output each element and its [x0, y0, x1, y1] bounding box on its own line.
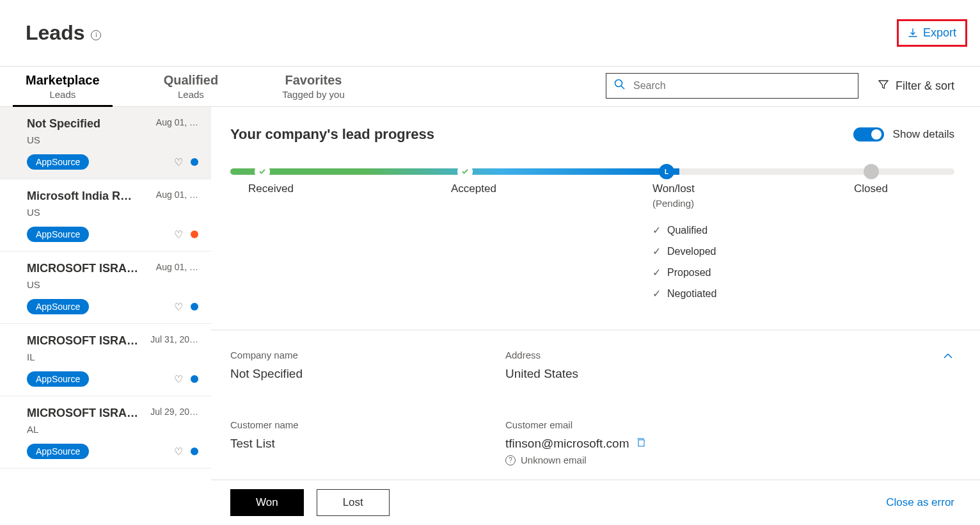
lead-region: US	[27, 134, 198, 145]
search-box[interactable]	[606, 73, 858, 99]
progress-title: Your company's lead progress	[230, 126, 434, 143]
substage-list: ✓Qualified✓Developed✓Proposed✓Negotiated	[652, 224, 716, 300]
search-input[interactable]	[633, 80, 850, 92]
customer-name-label: Customer name	[230, 419, 493, 430]
lost-button[interactable]: Lost	[317, 489, 390, 516]
customer-name-value: Test List	[230, 437, 493, 451]
tabs-row: Marketplace Leads Qualified Leads Favori…	[0, 67, 980, 107]
company-name-block: Company name Not Specified	[230, 350, 493, 381]
svg-rect-2	[638, 440, 644, 446]
show-details-toggle-group: Show details	[853, 127, 954, 141]
question-icon: ?	[505, 455, 516, 465]
check-icon: ✓	[652, 245, 661, 257]
info-section: Company name Not Specified Address Unite…	[211, 330, 980, 485]
heart-icon[interactable]: ♡	[174, 156, 183, 168]
page-header: Leads i Export	[0, 0, 980, 66]
heart-icon[interactable]: ♡	[174, 229, 183, 241]
show-details-toggle[interactable]	[853, 127, 884, 141]
address-label: Address	[505, 350, 954, 360]
body: Not Specified Aug 01, … US AppSource ♡ M…	[0, 107, 980, 517]
search-filter-group: Filter & sort	[606, 73, 954, 99]
lead-name: MICROSOFT ISRAE…	[27, 262, 139, 275]
lead-item[interactable]: MICROSOFT ISRAE… Aug 01, … US AppSource …	[0, 252, 211, 324]
stage-accepted: Accepted	[451, 182, 496, 195]
lead-region: US	[27, 279, 198, 290]
customer-email-value: tfinson@microsoft.com	[505, 437, 629, 451]
page-title-group: Leads i	[26, 21, 101, 45]
export-label: Export	[923, 26, 956, 40]
lead-item[interactable]: Microsoft India R&… Aug 01, … US AppSour…	[0, 179, 211, 252]
heart-icon[interactable]: ♡	[174, 373, 183, 385]
action-bar: Won Lost Close as error	[211, 480, 980, 525]
check-icon: ✓	[652, 266, 661, 279]
customer-email-block: Customer email tfinson@microsoft.com ? U…	[505, 419, 954, 465]
check-icon: ✓	[652, 287, 661, 300]
progress-node-wonlost: L	[659, 164, 674, 179]
tab-marketplace[interactable]: Marketplace Leads	[26, 73, 100, 106]
substage-label: Negotiated	[667, 288, 716, 300]
company-name-label: Company name	[230, 350, 493, 360]
tab-list: Marketplace Leads Qualified Leads Favori…	[26, 73, 345, 106]
tab-title: Favorites	[285, 73, 342, 88]
progress-node-accepted	[457, 164, 473, 179]
substage-label: Proposed	[667, 267, 711, 279]
tab-title: Marketplace	[26, 73, 100, 88]
leads-sidebar[interactable]: Not Specified Aug 01, … US AppSource ♡ M…	[0, 107, 211, 517]
heart-icon[interactable]: ♡	[174, 301, 183, 313]
substage-item: ✓Qualified	[652, 224, 716, 236]
lead-name: MICROSOFT ISRAE…	[27, 407, 139, 420]
lead-date: Aug 01, …	[156, 117, 198, 127]
substage-item: ✓Proposed	[652, 266, 716, 279]
close-as-error-link[interactable]: Close as error	[886, 496, 954, 509]
status-dot	[191, 303, 198, 311]
progress-header: Your company's lead progress Show detail…	[230, 126, 954, 143]
tab-sub: Tagged by you	[282, 89, 345, 100]
address-value: United States	[505, 367, 954, 381]
lead-region: IL	[27, 351, 198, 362]
filter-sort-label: Filter & sort	[896, 79, 954, 93]
download-icon	[908, 28, 918, 38]
heart-icon[interactable]: ♡	[174, 446, 183, 458]
filter-icon	[878, 79, 889, 93]
lead-source-badge: AppSource	[27, 299, 89, 314]
lead-region: US	[27, 207, 198, 218]
filter-sort-button[interactable]: Filter & sort	[878, 79, 954, 93]
lead-date: Aug 01, …	[156, 190, 198, 200]
unknown-email-text: Unknown email	[521, 455, 587, 465]
lead-date: Jul 31, 20…	[150, 334, 198, 344]
lead-source-badge: AppSource	[27, 154, 89, 170]
substage-label: Qualified	[667, 225, 707, 236]
status-dot	[191, 375, 198, 383]
stage-received: Received	[248, 182, 294, 195]
search-icon	[614, 79, 626, 93]
copy-icon[interactable]	[636, 437, 646, 450]
customer-email-label: Customer email	[505, 419, 954, 430]
progress-section: Your company's lead progress Show detail…	[211, 107, 980, 330]
svg-point-0	[615, 80, 622, 87]
lead-item[interactable]: Not Specified Aug 01, … US AppSource ♡	[0, 107, 211, 179]
progress-node-received	[255, 164, 270, 179]
lead-name: Microsoft India R&…	[27, 190, 139, 203]
progress-bar: L	[230, 168, 954, 175]
customer-name-block: Customer name Test List	[230, 419, 493, 465]
unknown-email-row: ? Unknown email	[505, 455, 954, 465]
lead-item[interactable]: MICROSOFT ISRAE… Jul 31, 20… IL AppSourc…	[0, 324, 211, 396]
info-icon[interactable]: i	[91, 30, 101, 40]
address-block: Address United States	[505, 350, 954, 381]
check-icon: ✓	[652, 224, 661, 236]
export-button[interactable]: Export	[897, 19, 967, 47]
lead-detail: Your company's lead progress Show detail…	[211, 107, 980, 517]
tab-qualified[interactable]: Qualified Leads	[164, 73, 219, 106]
company-name-value: Not Specified	[230, 367, 493, 381]
won-button[interactable]: Won	[230, 489, 304, 516]
tab-favorites[interactable]: Favorites Tagged by you	[282, 73, 345, 106]
substage-label: Developed	[667, 246, 716, 257]
status-dot	[191, 158, 198, 166]
progress-node-closed	[864, 164, 879, 179]
lead-item[interactable]: MICROSOFT ISRAE… Jul 29, 20… AL AppSourc…	[0, 396, 211, 469]
info-grid: Company name Not Specified Address Unite…	[230, 350, 954, 465]
chevron-up-icon[interactable]	[942, 350, 954, 365]
toggle-label: Show details	[893, 128, 954, 141]
lead-source-badge: AppSource	[27, 371, 89, 387]
action-buttons: Won Lost	[230, 489, 390, 516]
